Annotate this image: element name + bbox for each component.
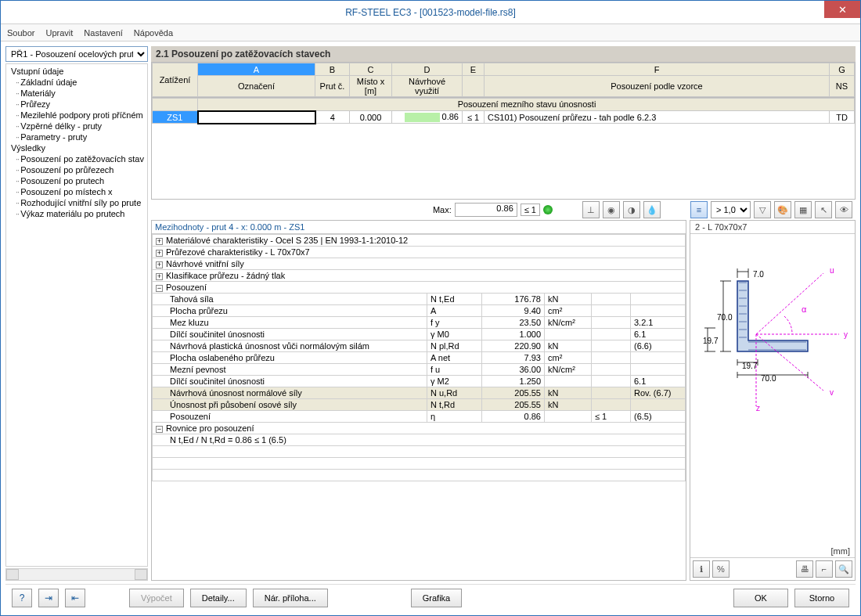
detail-row[interactable]: Posouzeníη0.86≤ 1(6.5) bbox=[153, 411, 686, 423]
cell-x[interactable]: 0.000 bbox=[350, 111, 392, 124]
results-grid-body[interactable]: Posouzení mezního stavu únosnosti ZS1 4 … bbox=[151, 98, 856, 200]
tool-colors-icon[interactable]: 🎨 bbox=[774, 201, 791, 218]
scale-select[interactable]: > 1,0 bbox=[711, 201, 751, 218]
nav-group-input[interactable]: Vstupní údaje bbox=[8, 66, 147, 77]
detail-row[interactable]: Tahová sílaN t,Ed176.78kN bbox=[153, 294, 686, 305]
nav-item[interactable]: Rozhodující vnitřní síly po prute bbox=[8, 197, 147, 208]
ok-button[interactable]: OK bbox=[733, 589, 788, 607]
nav-item[interactable]: Posouzení po místech x bbox=[8, 186, 147, 197]
detail-row[interactable]: Návrhová plastická únosnost vůči normálo… bbox=[153, 340, 686, 352]
nav-item[interactable]: Parametry - pruty bbox=[8, 131, 147, 142]
axes-icon[interactable]: ⌐ bbox=[816, 560, 833, 578]
export-button[interactable]: ⇤ bbox=[65, 589, 85, 607]
detail-row[interactable]: Plocha oslabeného průřezuA net7.93cm² bbox=[153, 352, 686, 364]
details-button[interactable]: Detaily... bbox=[190, 589, 247, 607]
svg-text:y: y bbox=[844, 330, 848, 339]
nav-item[interactable]: Materiály bbox=[8, 88, 147, 99]
expand-row[interactable]: −Posouzení bbox=[153, 282, 686, 294]
detail-row[interactable]: Dílčí součinitel únosnostiγ M21.2506.1 bbox=[153, 376, 686, 387]
menu-help[interactable]: Nápověda bbox=[134, 28, 173, 38]
expand-row[interactable]: +Klasifikace průřezu - žádný tlak bbox=[153, 270, 686, 282]
svg-text:19.7: 19.7 bbox=[742, 362, 758, 370]
col-letter[interactable]: F bbox=[485, 63, 830, 76]
col-header[interactable]: NS bbox=[830, 76, 855, 97]
svg-text:7.0: 7.0 bbox=[753, 270, 764, 279]
detail-row[interactable]: Plocha průřezuA9.40cm² bbox=[153, 305, 686, 317]
col-header[interactable]: Návrhové využití bbox=[392, 76, 463, 97]
col-header[interactable]: Označení bbox=[198, 76, 315, 97]
cell-ns[interactable]: TD bbox=[830, 111, 855, 124]
max-leq: ≤ 1 bbox=[521, 204, 540, 216]
case-selector[interactable]: PŘ1 - Posouzení ocelových prut bbox=[5, 46, 148, 62]
col-letter[interactable]: E bbox=[463, 63, 485, 76]
tool-drop-icon[interactable]: 💧 bbox=[643, 201, 661, 218]
bottom-bar: ? ⇥ ⇤ Výpočet Detaily... Nár. příloha...… bbox=[5, 584, 856, 611]
detail-row[interactable]: Dílčí součinitel únosnostiγ M01.0006.1 bbox=[153, 329, 686, 340]
cell-formula[interactable]: CS101) Posouzení průřezu - tah podle 6.2… bbox=[485, 111, 830, 124]
col-header[interactable] bbox=[463, 76, 485, 97]
values-icon[interactable]: % bbox=[712, 560, 730, 578]
zoom-icon[interactable]: 🔍 bbox=[835, 560, 852, 578]
svg-text:v: v bbox=[830, 388, 834, 397]
info-icon[interactable]: ℹ bbox=[693, 560, 710, 578]
nav-item[interactable]: Vzpěrné délky - pruty bbox=[8, 121, 147, 131]
tool-cross-section-icon[interactable]: ⊥ bbox=[582, 201, 600, 218]
expand-row[interactable]: +Materiálové charakteristiky - Ocel S 23… bbox=[153, 235, 686, 247]
cancel-button[interactable]: Storno bbox=[794, 589, 849, 607]
nav-item[interactable]: Mezilehlé podpory proti příčném bbox=[8, 110, 147, 121]
col-letter[interactable]: G bbox=[830, 63, 855, 76]
cell-name[interactable] bbox=[198, 111, 315, 124]
tool-eye-icon[interactable]: 👁 bbox=[835, 201, 852, 218]
col-letter[interactable]: A bbox=[198, 63, 315, 76]
row-loadcase[interactable]: ZS1 bbox=[153, 111, 198, 124]
col-header[interactable]: Prut č. bbox=[315, 76, 350, 97]
expand-row[interactable]: −Rovnice pro posouzení bbox=[153, 423, 686, 434]
max-label: Max: bbox=[433, 205, 452, 214]
menu-settings[interactable]: Nastavení bbox=[84, 28, 123, 38]
nav-item[interactable]: Posouzení po průřezech bbox=[8, 164, 147, 175]
nav-group-results[interactable]: Výsledky bbox=[8, 142, 147, 153]
detail-row[interactable]: Návrhová únosnost normálové sílyN u,Rd20… bbox=[153, 387, 686, 399]
nav-item[interactable]: Základní údaje bbox=[8, 77, 147, 88]
import-button[interactable]: ⇥ bbox=[38, 589, 59, 607]
col-letter[interactable]: D bbox=[392, 63, 463, 76]
tool-filter-icon[interactable]: ▽ bbox=[754, 201, 771, 218]
col-letter[interactable]: B bbox=[315, 63, 350, 76]
col-header[interactable]: Místo x [m] bbox=[350, 76, 392, 97]
col-header[interactable]: Posouzení podle vzorce bbox=[485, 76, 830, 97]
tool-view-icon[interactable]: ◑ bbox=[623, 201, 640, 218]
detail-row[interactable]: Mezní pevnostf u36.00kN/cm² bbox=[153, 364, 686, 376]
cell-member[interactable]: 4 bbox=[315, 111, 350, 124]
nav-h-scrollbar[interactable] bbox=[5, 568, 148, 581]
help-button[interactable]: ? bbox=[12, 589, 32, 607]
tool-member-icon[interactable]: ◉ bbox=[603, 201, 620, 218]
annex-button[interactable]: Nár. příloha... bbox=[253, 589, 328, 607]
tool-relation-icon[interactable]: ≡ bbox=[690, 201, 708, 218]
grid-rowhdr[interactable]: Zatížení bbox=[153, 63, 198, 97]
svg-text:z: z bbox=[756, 404, 760, 412]
max-value: 0.86 bbox=[455, 203, 517, 217]
expand-row[interactable]: +Průřezové charakteristiky - L 70x70x7 bbox=[153, 247, 686, 258]
results-grid-header: Zatížení A B C D E F G Označení Prut č. bbox=[151, 62, 856, 98]
svg-text:u: u bbox=[830, 266, 834, 275]
nav-item[interactable]: Výkaz materiálu po prutech bbox=[8, 208, 147, 219]
title-bar: RF-STEEL EC3 - [001523-model-file.rs8] ✕ bbox=[1, 1, 860, 24]
close-button[interactable]: ✕ bbox=[824, 1, 860, 18]
table-row[interactable]: ZS1 4 0.000 0.86 ≤ 1 CS101) Posouzení pr… bbox=[153, 111, 855, 124]
menu-file[interactable]: Soubor bbox=[7, 28, 34, 38]
nav-item[interactable]: Posouzení po prutech bbox=[8, 175, 147, 186]
graphics-button[interactable]: Grafika bbox=[411, 589, 462, 607]
menu-edit[interactable]: Upravit bbox=[45, 28, 73, 38]
calculate-button[interactable]: Výpočet bbox=[129, 589, 184, 607]
col-letter[interactable]: C bbox=[350, 63, 392, 76]
detail-row[interactable]: Mez kluzuf y23.50kN/cm²3.2.1 bbox=[153, 317, 686, 329]
nav-item[interactable]: Průřezy bbox=[8, 99, 147, 110]
cell-util[interactable]: 0.86 bbox=[392, 111, 463, 124]
menu-bar: Soubor Upravit Nastavení Nápověda bbox=[1, 24, 860, 41]
nav-item[interactable]: Posouzení po zatěžovacích stav bbox=[8, 153, 147, 164]
tool-excel-icon[interactable]: ▦ bbox=[794, 201, 812, 218]
tool-select-member-icon[interactable]: ↖ bbox=[815, 201, 832, 218]
print-icon[interactable]: 🖶 bbox=[796, 560, 813, 578]
detail-row[interactable]: Únosnost při působení osové sílyN t,Rd20… bbox=[153, 399, 686, 411]
expand-row[interactable]: +Návrhové vnitřní síly bbox=[153, 258, 686, 270]
